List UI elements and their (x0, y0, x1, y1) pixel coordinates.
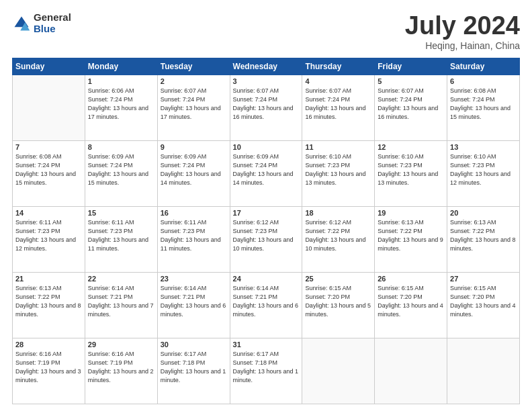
day-info: Sunrise: 6:17 AMSunset: 7:18 PMDaylight:… (233, 350, 300, 385)
day-number: 1 (88, 77, 154, 85)
day-info: Sunrise: 6:07 AMSunset: 7:24 PMDaylight:… (161, 87, 227, 122)
day-info: Sunrise: 6:10 AMSunset: 7:23 PMDaylight:… (305, 152, 371, 187)
day-info: Sunrise: 6:11 AMSunset: 7:23 PMDaylight:… (88, 218, 154, 253)
calendar-cell (13, 75, 85, 140)
day-info: Sunrise: 6:06 AMSunset: 7:24 PMDaylight:… (88, 87, 154, 122)
day-number: 29 (88, 340, 154, 349)
calendar-cell: 9Sunrise: 6:09 AMSunset: 7:24 PMDaylight… (157, 140, 230, 206)
calendar-cell: 16Sunrise: 6:11 AMSunset: 7:23 PMDayligh… (157, 206, 230, 272)
calendar-cell: 11Sunrise: 6:10 AMSunset: 7:23 PMDayligh… (302, 140, 375, 206)
title-block: July 2024 Heqing, Hainan, China (405, 12, 520, 51)
calendar-cell: 19Sunrise: 6:13 AMSunset: 7:22 PMDayligh… (375, 206, 447, 272)
day-number: 12 (378, 143, 444, 151)
calendar-header-friday: Friday (375, 58, 447, 75)
day-number: 26 (378, 275, 444, 283)
subtitle: Heqing, Hainan, China (405, 40, 520, 51)
calendar-cell: 6Sunrise: 6:08 AMSunset: 7:24 PMDaylight… (447, 75, 520, 140)
day-number: 11 (305, 143, 371, 151)
day-number: 25 (305, 275, 371, 283)
calendar-cell: 28Sunrise: 6:16 AMSunset: 7:19 PMDayligh… (13, 338, 85, 404)
day-number: 28 (15, 340, 82, 349)
calendar-cell: 2Sunrise: 6:07 AMSunset: 7:24 PMDaylight… (157, 75, 230, 140)
calendar-header-sunday: Sunday (13, 58, 85, 75)
day-number: 18 (305, 209, 371, 217)
day-info: Sunrise: 6:09 AMSunset: 7:24 PMDaylight:… (161, 152, 227, 187)
day-number: 14 (15, 209, 82, 217)
calendar-cell: 31Sunrise: 6:17 AMSunset: 7:18 PMDayligh… (230, 338, 302, 404)
calendar-week-2: 7Sunrise: 6:08 AMSunset: 7:24 PMDaylight… (13, 140, 520, 206)
calendar-cell: 25Sunrise: 6:15 AMSunset: 7:20 PMDayligh… (302, 272, 375, 338)
day-info: Sunrise: 6:12 AMSunset: 7:23 PMDaylight:… (233, 218, 300, 253)
day-info: Sunrise: 6:10 AMSunset: 7:23 PMDaylight:… (450, 152, 517, 187)
day-number: 8 (88, 143, 154, 151)
day-number: 4 (305, 77, 371, 85)
day-info: Sunrise: 6:09 AMSunset: 7:24 PMDaylight:… (88, 152, 154, 187)
day-number: 23 (161, 275, 227, 283)
day-info: Sunrise: 6:08 AMSunset: 7:24 PMDaylight:… (15, 152, 82, 187)
header: General Blue July 2024 Heqing, Hainan, C… (12, 12, 520, 51)
day-info: Sunrise: 6:16 AMSunset: 7:19 PMDaylight:… (88, 350, 154, 385)
calendar-cell (302, 338, 375, 404)
calendar-header-tuesday: Tuesday (157, 58, 230, 75)
logo-general: General (34, 12, 71, 24)
calendar-cell: 17Sunrise: 6:12 AMSunset: 7:23 PMDayligh… (230, 206, 302, 272)
calendar-cell: 29Sunrise: 6:16 AMSunset: 7:19 PMDayligh… (85, 338, 157, 404)
day-number: 7 (15, 143, 82, 151)
calendar-cell: 10Sunrise: 6:09 AMSunset: 7:24 PMDayligh… (230, 140, 302, 206)
page: General Blue July 2024 Heqing, Hainan, C… (0, 0, 532, 411)
calendar-header-saturday: Saturday (447, 58, 520, 75)
calendar-cell (375, 338, 447, 404)
calendar-header-thursday: Thursday (302, 58, 375, 75)
calendar-cell: 23Sunrise: 6:14 AMSunset: 7:21 PMDayligh… (157, 272, 230, 338)
calendar-cell: 8Sunrise: 6:09 AMSunset: 7:24 PMDaylight… (85, 140, 157, 206)
calendar-header-wednesday: Wednesday (230, 58, 302, 75)
day-number: 17 (233, 209, 300, 217)
day-info: Sunrise: 6:15 AMSunset: 7:20 PMDaylight:… (378, 284, 444, 319)
day-info: Sunrise: 6:12 AMSunset: 7:22 PMDaylight:… (305, 218, 371, 253)
calendar-cell: 20Sunrise: 6:13 AMSunset: 7:22 PMDayligh… (447, 206, 520, 272)
day-info: Sunrise: 6:14 AMSunset: 7:21 PMDaylight:… (161, 284, 227, 319)
day-info: Sunrise: 6:11 AMSunset: 7:23 PMDaylight:… (161, 218, 227, 253)
day-info: Sunrise: 6:15 AMSunset: 7:20 PMDaylight:… (305, 284, 371, 319)
day-number: 24 (233, 275, 300, 283)
calendar-cell: 30Sunrise: 6:17 AMSunset: 7:18 PMDayligh… (157, 338, 230, 404)
logo-blue: Blue (34, 24, 71, 35)
day-info: Sunrise: 6:10 AMSunset: 7:23 PMDaylight:… (378, 152, 444, 187)
day-number: 6 (450, 77, 517, 85)
day-info: Sunrise: 6:07 AMSunset: 7:24 PMDaylight:… (233, 87, 300, 122)
calendar-cell (447, 338, 520, 404)
calendar-week-3: 14Sunrise: 6:11 AMSunset: 7:23 PMDayligh… (13, 206, 520, 272)
logo-text: General Blue (34, 12, 71, 34)
calendar-cell: 14Sunrise: 6:11 AMSunset: 7:23 PMDayligh… (13, 206, 85, 272)
main-title: July 2024 (405, 12, 520, 40)
day-info: Sunrise: 6:13 AMSunset: 7:22 PMDaylight:… (450, 218, 517, 253)
day-info: Sunrise: 6:07 AMSunset: 7:24 PMDaylight:… (378, 87, 444, 122)
logo-icon (12, 14, 31, 33)
calendar-header-monday: Monday (85, 58, 157, 75)
day-info: Sunrise: 6:15 AMSunset: 7:20 PMDaylight:… (450, 284, 517, 319)
calendar-cell: 22Sunrise: 6:14 AMSunset: 7:21 PMDayligh… (85, 272, 157, 338)
day-number: 5 (378, 77, 444, 85)
day-number: 2 (161, 77, 227, 85)
day-info: Sunrise: 6:13 AMSunset: 7:22 PMDaylight:… (378, 218, 444, 253)
day-number: 30 (161, 340, 227, 349)
day-info: Sunrise: 6:16 AMSunset: 7:19 PMDaylight:… (15, 350, 82, 385)
day-number: 3 (233, 77, 300, 85)
day-number: 19 (378, 209, 444, 217)
calendar-week-4: 21Sunrise: 6:13 AMSunset: 7:22 PMDayligh… (13, 272, 520, 338)
day-number: 20 (450, 209, 517, 217)
day-number: 27 (450, 275, 517, 283)
day-info: Sunrise: 6:11 AMSunset: 7:23 PMDaylight:… (15, 218, 82, 253)
calendar-header-row: SundayMondayTuesdayWednesdayThursdayFrid… (13, 58, 520, 75)
day-number: 21 (15, 275, 82, 283)
day-info: Sunrise: 6:13 AMSunset: 7:22 PMDaylight:… (15, 284, 82, 319)
calendar-cell: 27Sunrise: 6:15 AMSunset: 7:20 PMDayligh… (447, 272, 520, 338)
day-info: Sunrise: 6:08 AMSunset: 7:24 PMDaylight:… (450, 87, 517, 122)
day-info: Sunrise: 6:07 AMSunset: 7:24 PMDaylight:… (305, 87, 371, 122)
calendar-cell: 5Sunrise: 6:07 AMSunset: 7:24 PMDaylight… (375, 75, 447, 140)
day-info: Sunrise: 6:09 AMSunset: 7:24 PMDaylight:… (233, 152, 300, 187)
calendar-cell: 21Sunrise: 6:13 AMSunset: 7:22 PMDayligh… (13, 272, 85, 338)
day-number: 9 (161, 143, 227, 151)
day-number: 15 (88, 209, 154, 217)
calendar-week-5: 28Sunrise: 6:16 AMSunset: 7:19 PMDayligh… (13, 338, 520, 404)
